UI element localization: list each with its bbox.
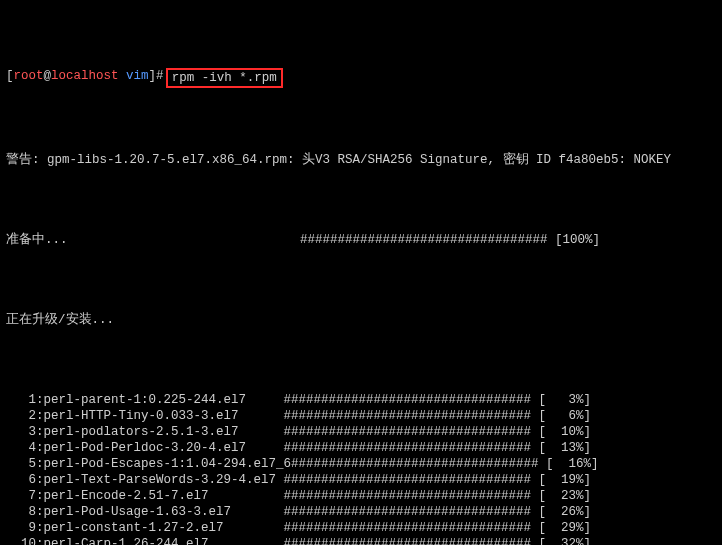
preparing-label: 准备中...	[6, 232, 300, 248]
upgrading-header: 正在升级/安装...	[6, 312, 716, 328]
preparing-bar: ################################# [100%]	[300, 232, 600, 248]
warning-text: 警告: gpm-libs-1.20.7-5.el7.x86_64.rpm: 头V…	[6, 152, 671, 168]
package-name: 5:perl-Pod-Escapes-1:1.04-294.el7_6	[6, 456, 291, 472]
progress-bar: #################################	[284, 520, 539, 536]
preparing-line: 准备中... #################################…	[6, 232, 716, 248]
package-row: 6:perl-Text-ParseWords-3.29-4.el7 ######…	[6, 472, 716, 488]
progress-percent: [ 32%]	[539, 536, 592, 545]
prompt-line-1: [ root @ localhost vim ] # rpm -ivh *.rp…	[6, 68, 716, 88]
package-row: 10:perl-Carp-1.26-244.el7 ##############…	[6, 536, 716, 545]
package-row: 7:perl-Encode-2.51-7.el7 ###############…	[6, 488, 716, 504]
package-name: 9:perl-constant-1.27-2.el7	[6, 520, 284, 536]
package-name: 2:perl-HTTP-Tiny-0.033-3.el7	[6, 408, 284, 424]
progress-bar: #################################	[291, 456, 546, 472]
progress-bar: #################################	[284, 392, 539, 408]
progress-bar: #################################	[284, 488, 539, 504]
package-name: 3:perl-podlators-2.5.1-3.el7	[6, 424, 284, 440]
progress-bar: #################################	[284, 424, 539, 440]
package-row: 4:perl-Pod-Perldoc-3.20-4.el7 ##########…	[6, 440, 716, 456]
prompt-host: localhost	[51, 68, 119, 88]
package-row: 1:perl-parent-1:0.225-244.el7 ##########…	[6, 392, 716, 408]
package-row: 9:perl-constant-1.27-2.el7 #############…	[6, 520, 716, 536]
progress-percent: [ 3%]	[539, 392, 592, 408]
package-row: 5:perl-Pod-Escapes-1:1.04-294.el7_6#####…	[6, 456, 716, 472]
progress-percent: [ 19%]	[539, 472, 592, 488]
progress-percent: [ 16%]	[546, 456, 599, 472]
progress-percent: [ 26%]	[539, 504, 592, 520]
prompt-cwd: vim	[126, 68, 149, 88]
progress-percent: [ 10%]	[539, 424, 592, 440]
progress-percent: [ 23%]	[539, 488, 592, 504]
progress-bar: #################################	[284, 472, 539, 488]
prompt-user: root	[14, 68, 44, 88]
package-name: 8:perl-Pod-Usage-1.63-3.el7	[6, 504, 284, 520]
progress-bar: #################################	[284, 408, 539, 424]
upgrading-label: 正在升级/安装...	[6, 312, 114, 328]
progress-bar: #################################	[284, 440, 539, 456]
progress-bar: #################################	[284, 504, 539, 520]
package-name: 7:perl-Encode-2.51-7.el7	[6, 488, 284, 504]
package-list: 1:perl-parent-1:0.225-244.el7 ##########…	[6, 392, 716, 545]
prompt-space	[119, 68, 127, 88]
package-row: 8:perl-Pod-Usage-1.63-3.el7 ############…	[6, 504, 716, 520]
prompt-hash: #	[156, 68, 164, 88]
package-name: 6:perl-Text-ParseWords-3.29-4.el7	[6, 472, 284, 488]
package-name: 4:perl-Pod-Perldoc-3.20-4.el7	[6, 440, 284, 456]
package-name: 10:perl-Carp-1.26-244.el7	[6, 536, 284, 545]
package-row: 2:perl-HTTP-Tiny-0.033-3.el7 ###########…	[6, 408, 716, 424]
progress-percent: [ 13%]	[539, 440, 592, 456]
prompt-at: @	[44, 68, 52, 88]
warning-line: 警告: gpm-libs-1.20.7-5.el7.x86_64.rpm: 头V…	[6, 152, 716, 168]
progress-bar: #################################	[284, 536, 539, 545]
terminal[interactable]: [ root @ localhost vim ] # rpm -ivh *.rp…	[0, 0, 722, 545]
package-row: 3:perl-podlators-2.5.1-3.el7 ###########…	[6, 424, 716, 440]
command-highlight-box: rpm -ivh *.rpm	[166, 68, 283, 88]
package-name: 1:perl-parent-1:0.225-244.el7	[6, 392, 284, 408]
prompt-bracket-open: [	[6, 68, 14, 88]
progress-percent: [ 29%]	[539, 520, 592, 536]
prompt-bracket-close: ]	[149, 68, 157, 88]
progress-percent: [ 6%]	[539, 408, 592, 424]
